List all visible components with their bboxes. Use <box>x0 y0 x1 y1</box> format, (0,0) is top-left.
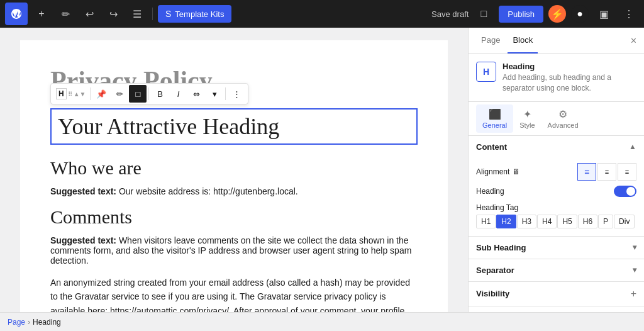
tag-p[interactable]: P <box>598 215 613 228</box>
suggested-label-1: Suggested text: <box>50 186 116 196</box>
sub-tabs: ⬛ General ✦ Style ⚙ Advanced <box>469 102 644 136</box>
content-section-inner: Alignment 🖥 ≡ ≡ ≡ Heading <box>469 158 644 236</box>
heading-tag-row: H1 H2 H3 H4 H5 H6 P Div <box>476 215 636 228</box>
template-kits-icon: S <box>165 9 171 19</box>
add-block-button[interactable]: + <box>31 4 52 24</box>
heading-toggle-label: Heading <box>476 187 504 196</box>
settings-sidebar-button[interactable]: ▣ <box>594 4 614 24</box>
block-info-text: Heading Add heading, sub heading and a s… <box>502 62 636 94</box>
visibility-section[interactable]: Visibility + <box>469 282 644 306</box>
alignment-text: Alignment <box>476 167 509 176</box>
sub-heading-chevron: ▾ <box>633 243 636 252</box>
heading-block[interactable]: Your Attractive Heading <box>50 108 418 145</box>
heading-toggle-row: Heading <box>476 186 636 197</box>
circle-button[interactable]: ● <box>571 5 589 23</box>
sub-heading-section[interactable]: Sub Heading ▾ <box>469 237 644 259</box>
block-type-button[interactable]: H ⠿ ▲▼ <box>53 85 88 103</box>
publish-button[interactable]: Publish <box>499 6 543 23</box>
alignment-row: Alignment 🖥 ≡ ≡ ≡ <box>476 163 636 181</box>
content-section: Content ▲ Alignment 🖥 ≡ ≡ ≡ <box>469 136 644 237</box>
top-toolbar: + ✏ ↩ ↪ ☰ S Template Kits Save draft □ P… <box>0 0 644 28</box>
block-info: H Heading Add heading, sub heading and a… <box>469 54 644 102</box>
block-type-description: Add heading, sub heading and a separator… <box>502 72 636 94</box>
close-panel-button[interactable]: × <box>631 35 636 47</box>
monitor-icon: 🖥 <box>512 167 519 176</box>
content-chevron-icon: ▲ <box>629 142 636 151</box>
link-button[interactable]: ⇔ <box>187 85 205 103</box>
save-draft-button[interactable]: Save draft <box>431 9 469 19</box>
alignment-label: Alignment 🖥 <box>476 167 519 176</box>
breadcrumb-separator: › <box>28 318 30 327</box>
style-icon: ✦ <box>523 108 531 120</box>
breadcrumb-heading: Heading <box>33 318 61 327</box>
more-options-button[interactable]: ⋮ <box>619 4 639 24</box>
heading-tag-label: Heading Tag <box>476 203 636 212</box>
block-type-icon: H <box>476 62 496 82</box>
visibility-label: Visibility <box>476 289 509 298</box>
tag-h4[interactable]: H4 <box>537 215 557 228</box>
bold-button[interactable]: B <box>151 85 169 103</box>
content-section-header[interactable]: Content ▲ <box>469 136 644 158</box>
heading-text: Your Attractive Heading <box>58 113 410 140</box>
editor-area: Privacy Policy H ⠿ ▲▼ 📌 ✏ □ B I ⇔ ▾ ⋮ <box>0 28 468 312</box>
tag-div[interactable]: Div <box>614 215 635 228</box>
tag-h3[interactable]: H3 <box>517 215 536 228</box>
panel-tabs: Page Block × <box>469 28 644 54</box>
heading-block-icon: H <box>56 88 67 99</box>
view-button[interactable]: □ <box>474 4 494 24</box>
undo-button[interactable]: ↩ <box>79 4 99 24</box>
tools-button[interactable]: ✏ <box>55 4 75 24</box>
tag-h6[interactable]: H6 <box>578 215 597 228</box>
transform-block-button[interactable]: 📌 <box>92 85 110 103</box>
panel-content: Content ▲ Alignment 🖥 ≡ ≡ ≡ <box>469 136 644 312</box>
toolbar-sep1 <box>90 87 91 100</box>
toolbar-sep3 <box>225 87 226 100</box>
suggested-label-2: Suggested text: <box>50 235 116 245</box>
redo-button[interactable]: ↪ <box>103 4 123 24</box>
format-block-button[interactable]: □ <box>129 85 147 103</box>
heading-toggle[interactable] <box>614 186 636 197</box>
tag-h2[interactable]: H2 <box>496 215 516 228</box>
advanced-icon: ⚙ <box>558 108 567 120</box>
breadcrumb-page[interactable]: Page <box>8 318 25 327</box>
tag-h1[interactable]: H1 <box>476 215 496 228</box>
align-center-button[interactable]: ≡ <box>597 163 616 181</box>
block-type-title: Heading <box>502 62 636 71</box>
editor-content: Privacy Policy H ⠿ ▲▼ 📌 ✏ □ B I ⇔ ▾ ⋮ <box>20 40 448 312</box>
visibility-add-icon: + <box>631 288 636 300</box>
wp-logo[interactable] <box>5 3 28 25</box>
block-mover-icon: ⠿ <box>68 91 72 98</box>
tab-page[interactable]: Page <box>476 28 505 53</box>
right-panel: Page Block × H Heading Add heading, sub … <box>468 28 644 312</box>
tab-block[interactable]: Block <box>508 28 538 53</box>
subtab-advanced[interactable]: ⚙ Advanced <box>541 104 585 133</box>
tag-h5[interactable]: H5 <box>557 215 577 228</box>
toolbar-sep2 <box>148 87 149 100</box>
toolbar-separator <box>152 8 153 20</box>
toggle-knob <box>626 187 635 196</box>
subtab-general[interactable]: ⬛ General <box>476 104 513 133</box>
edit-block-button[interactable]: ✏ <box>111 85 128 103</box>
template-kits-label: Template Kits <box>175 9 224 19</box>
subtab-style[interactable]: ✦ Style <box>513 104 541 133</box>
list-view-button[interactable]: ☰ <box>127 4 147 24</box>
suggested-text-1: Suggested text: Our website address is: … <box>50 186 418 196</box>
block-options-button[interactable]: ⋮ <box>228 85 245 103</box>
section-who-we-are: Who we are <box>50 157 418 179</box>
main-layout: Privacy Policy H ⠿ ▲▼ 📌 ✏ □ B I ⇔ ▾ ⋮ <box>0 28 644 312</box>
general-icon: ⬛ <box>489 108 501 120</box>
block-toolbar: H ⠿ ▲▼ 📌 ✏ □ B I ⇔ ▾ ⋮ <box>50 83 248 104</box>
more-options-block[interactable]: ▾ <box>206 85 223 103</box>
align-buttons: ≡ ≡ ≡ <box>577 163 636 181</box>
template-kits-button[interactable]: S Template Kits <box>158 5 231 23</box>
align-left-button[interactable]: ≡ <box>577 163 596 181</box>
content-section-label: Content <box>476 142 507 152</box>
suggested-text-2: Suggested text: When visitors leave comm… <box>50 235 418 266</box>
subtab-style-label: Style <box>519 121 535 129</box>
suggested-content-1: Our website address is: http://gutenberg… <box>119 186 298 196</box>
lightning-button[interactable]: ⚡ <box>548 5 566 23</box>
sub-heading-label: Sub Heading <box>476 243 526 252</box>
italic-button[interactable]: I <box>169 85 187 103</box>
align-right-button[interactable]: ≡ <box>618 163 636 181</box>
separator-section[interactable]: Separator ▾ <box>469 259 644 282</box>
